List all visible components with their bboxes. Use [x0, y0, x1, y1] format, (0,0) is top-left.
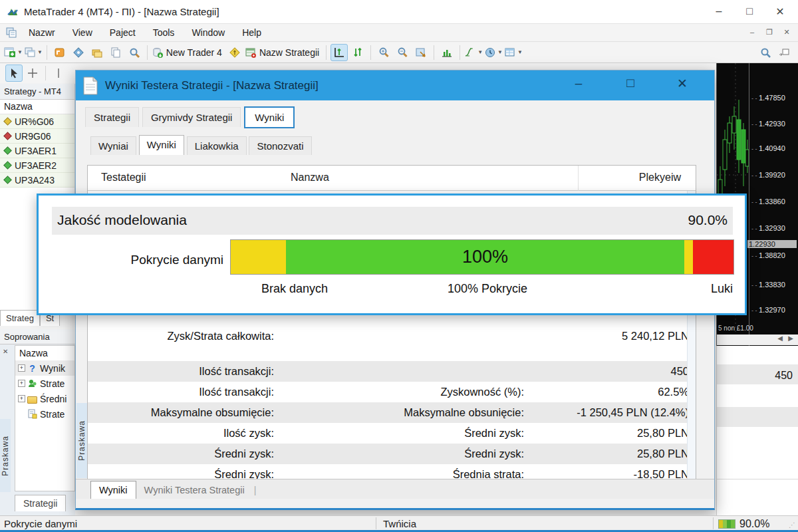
- close-button[interactable]: ✕: [669, 76, 696, 91]
- tree-item-wynik[interactable]: + ? Wynik: [15, 360, 74, 376]
- close-button[interactable]: ✕: [765, 1, 795, 21]
- strategy-tester-label[interactable]: Nazw Strategii: [259, 47, 319, 58]
- bar-up-button[interactable]: [331, 44, 348, 61]
- chevron-down-icon[interactable]: ▼: [17, 49, 23, 55]
- subtab-wyniki[interactable]: Wyniki: [139, 135, 184, 155]
- histogram-button[interactable]: [438, 44, 456, 61]
- subtab-wyniai[interactable]: Wyniai: [90, 136, 136, 155]
- tester-bottom-tabs: Wyniki Wyniki Testera Strategii |: [76, 479, 714, 499]
- new-trader-label[interactable]: New Trader 4: [166, 47, 222, 58]
- new-chart-button[interactable]: ▼: [4, 44, 23, 61]
- mdi-restore-button[interactable]: ❐: [762, 26, 777, 38]
- subtab-liakowkia[interactable]: Liakowkia: [187, 136, 247, 155]
- column-header[interactable]: Testategii: [101, 172, 146, 184]
- sidebar-vertical-tab[interactable]: Praskawa: [0, 419, 11, 492]
- row-label: Ilość zysk:: [223, 427, 274, 440]
- tab-symbols[interactable]: Strateg: [0, 310, 40, 326]
- cursor-tool-button[interactable]: [5, 65, 23, 82]
- data-coverage-label: Pokrycie danymi: [39, 253, 223, 267]
- maximize-button[interactable]: □: [734, 1, 765, 21]
- bar-down-button[interactable]: [349, 44, 366, 61]
- bottom-tab-wyniki-testera[interactable]: Wyniki Testera Strategii: [136, 481, 253, 499]
- menu-window[interactable]: Window: [183, 25, 233, 41]
- tab-wyniki[interactable]: Wyniki: [244, 106, 295, 128]
- results-table-header[interactable]: Testategii Nanzwa Plekyeiw: [88, 166, 696, 191]
- menu-help[interactable]: Help: [233, 25, 270, 41]
- row-label: Zysk/Strata całkowita:: [168, 330, 274, 342]
- gaps-segment: [693, 240, 733, 274]
- expand-icon[interactable]: +: [18, 380, 25, 387]
- legend-coverage: 100% Pokrycie: [411, 282, 564, 296]
- vertical-line-tool-button[interactable]: [50, 65, 67, 82]
- symbol-row[interactable]: UF3AER2: [0, 158, 74, 173]
- close-panel-icon[interactable]: ✕: [3, 348, 8, 355]
- main-titlebar: MetaTrader 4 (MT4) - ПI) - [Nazwa Strate…: [0, 0, 798, 24]
- menu-view[interactable]: View: [64, 25, 101, 41]
- column-header[interactable]: Nanzwa: [291, 172, 329, 184]
- search-button[interactable]: [126, 44, 143, 61]
- minimize-button[interactable]: –: [565, 76, 592, 91]
- expand-icon[interactable]: +: [18, 395, 25, 402]
- mdi-close-button[interactable]: ✕: [779, 26, 794, 38]
- tree-item-sredni[interactable]: + Średni: [15, 391, 74, 406]
- zoom-out-button[interactable]: [394, 44, 411, 61]
- row-label: Średni zysk:: [214, 448, 274, 460]
- row-mid-label: Maksymalne obsunięcie:: [404, 406, 524, 419]
- tester-titlebar[interactable]: Wyniki Testera Strategii - [Nazwa Strate…: [76, 70, 714, 100]
- mdi-minimize-button[interactable]: –: [745, 26, 759, 38]
- expand-icon[interactable]: +: [18, 364, 25, 372]
- tree-item-strate2[interactable]: Strate: [15, 406, 74, 422]
- price-tick: 1.33830: [751, 281, 797, 289]
- expert-advisor-button[interactable]: [226, 44, 243, 61]
- chevron-down-icon[interactable]: ▼: [37, 49, 43, 55]
- column-header[interactable]: Plekyeiw: [639, 172, 681, 184]
- dock-window-button[interactable]: [775, 44, 793, 61]
- tab-strategii[interactable]: Strategii: [85, 107, 139, 127]
- sidebar-vertical-label: Praskawa: [1, 436, 10, 476]
- quick-search-button[interactable]: [757, 44, 774, 61]
- row-mid-label: Średni zysk:: [464, 427, 524, 440]
- table-row: Maksymalne obsumięcie: Maksymalne obsuni…: [88, 402, 696, 423]
- maximize-button[interactable]: □: [617, 76, 644, 91]
- subtab-stonozvati[interactable]: Stonozvati: [249, 136, 311, 155]
- chevron-down-icon[interactable]: ▼: [497, 49, 503, 55]
- symbol-row[interactable]: UP3A243: [0, 173, 74, 188]
- menu-tools[interactable]: Tools: [144, 25, 184, 41]
- crosshair-tool-button[interactable]: [24, 65, 41, 82]
- tester-vertical-tab[interactable]: Praskawa: [76, 403, 87, 478]
- row-label: Ilość transakcji:: [199, 365, 274, 378]
- symbol-row[interactable]: UF3AER1: [0, 144, 74, 158]
- templates-button[interactable]: ▼: [504, 44, 523, 61]
- copy-button[interactable]: [107, 44, 124, 61]
- resize-grip[interactable]: ⋰: [789, 521, 796, 529]
- chart-shift-button[interactable]: [412, 44, 430, 61]
- profiles-button[interactable]: ▼: [24, 44, 43, 61]
- tab-grymivdy-strategii[interactable]: Grymivdy Strategii: [142, 107, 241, 127]
- symbol-row[interactable]: UR9G06: [0, 129, 74, 144]
- symbol-status-icon: [3, 176, 12, 184]
- menu-nazwr[interactable]: Nazwr: [20, 25, 64, 41]
- menu-paject[interactable]: Paject: [101, 25, 144, 41]
- symbol-row[interactable]: UR%G06: [0, 114, 74, 129]
- scroll-arrows[interactable]: ◀ ▶: [717, 334, 798, 345]
- new-order-button[interactable]: New Trader 4: [152, 44, 225, 61]
- periods-button[interactable]: ▼: [484, 44, 503, 61]
- symbol-status-icon: [3, 132, 12, 140]
- strategy-tester-button[interactable]: Nazw Strategii: [245, 44, 322, 61]
- background-results-strip: ◀ ▶ 450: [716, 346, 798, 515]
- zoom-in-button[interactable]: [375, 44, 392, 61]
- status-quality-value: 90.0%: [739, 518, 769, 530]
- chevron-down-icon[interactable]: ▼: [517, 49, 523, 55]
- tree-item-strate[interactable]: + Strate: [15, 376, 74, 391]
- indicators-button[interactable]: ▼: [464, 44, 483, 61]
- navigator-button[interactable]: [70, 44, 87, 61]
- price-tick: 1.32930: [751, 224, 797, 232]
- chart-window-button[interactable]: [51, 44, 68, 61]
- minimize-button[interactable]: –: [704, 1, 734, 21]
- chevron-down-icon[interactable]: ▼: [477, 49, 483, 55]
- tab-strategii[interactable]: Strategii: [15, 495, 66, 511]
- modeling-quality-popup: Jakość modelowania 90.0% Pokrycie danymi…: [37, 194, 747, 315]
- row-value: 62.5%: [658, 386, 689, 398]
- bottom-tab-wyniki[interactable]: Wyniki: [90, 481, 136, 499]
- history-folder-button[interactable]: [88, 44, 106, 61]
